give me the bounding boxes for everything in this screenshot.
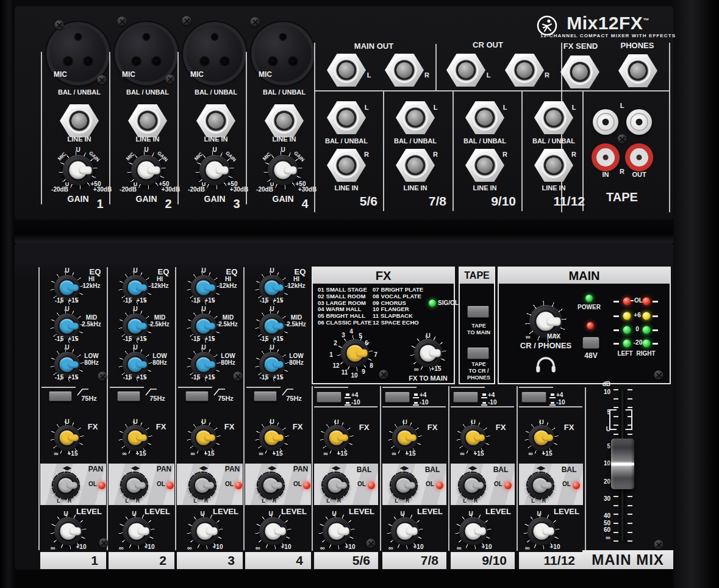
lowcut-75hz-button[interactable] [254, 391, 277, 401]
lowcut-75hz-button[interactable] [117, 391, 140, 401]
eq-min: -15 [191, 336, 200, 342]
level-max: +10 [345, 544, 356, 550]
cr-phones-label: CR / PHONES [520, 342, 572, 350]
pad-plus4-label: +4 [488, 392, 495, 398]
knob-cap [60, 523, 77, 540]
lowcut-label: 75Hz [149, 395, 165, 402]
tape-out-label: OUT [632, 171, 646, 178]
meter-zero-label: 0 [635, 326, 639, 332]
line-in-label: LINE IN [204, 136, 227, 143]
main-mix-fader[interactable] [611, 439, 634, 489]
bal-knob[interactable] [323, 473, 348, 498]
fx-send-knob[interactable] [191, 425, 216, 451]
bal-unbal-label: BAL / UNBAL [463, 138, 506, 145]
pan-l-label: L [262, 498, 265, 504]
fx-max: +15 [136, 451, 146, 457]
knob-cap [206, 162, 224, 179]
fx-send-knob[interactable] [259, 425, 285, 451]
meter-tick [653, 329, 658, 331]
eq-min: -15 [260, 375, 268, 381]
ol-label: OL [357, 481, 366, 487]
tape-to-main-button[interactable] [467, 306, 489, 318]
line-in-label: LINE IN [542, 185, 565, 192]
knob-cap [60, 319, 74, 334]
bal-knob[interactable] [391, 473, 417, 498]
fx-dial-number: 9 [362, 369, 365, 375]
fx-to-main-knob[interactable] [414, 339, 442, 367]
eq-low-freq: 80Hz [152, 360, 166, 366]
fader-scale-label: 30 [604, 496, 610, 502]
pan-knob[interactable] [53, 473, 79, 498]
ol-led [235, 482, 242, 489]
level-pad-button[interactable] [521, 392, 546, 403]
line-in-label: LINE IN [67, 136, 91, 143]
line-in-jack [196, 104, 235, 138]
level-knob[interactable] [259, 517, 287, 545]
level-pad-button[interactable] [385, 392, 410, 403]
pan-knob[interactable] [258, 473, 284, 498]
fx-min: ∞ [122, 451, 126, 457]
knob-cap [138, 162, 156, 179]
bal-unbal-label: BAL / UNBAL [263, 89, 306, 96]
fx-send-knob[interactable] [123, 425, 148, 451]
fx-to-main-max: +15 [431, 366, 442, 372]
level-pad-button[interactable] [317, 392, 342, 403]
level-knob[interactable] [323, 517, 351, 545]
eq-mid-freq: 2.5kHz [287, 321, 306, 328]
level-knob[interactable] [391, 517, 419, 545]
knob-cap [128, 319, 143, 334]
bal-label: BAL [493, 466, 509, 473]
level-pad-button[interactable] [453, 392, 478, 403]
mixer-front-panel: Mix12FX™ 12-CHANNEL COMPACT MIXER WITH E… [0, 0, 719, 588]
mic-label: MIC [259, 71, 272, 78]
level-label: LEVEL [485, 507, 511, 515]
knob-cap [70, 162, 87, 179]
fx-min: ∞ [392, 451, 396, 457]
cr-phones-min: ∞ [526, 334, 531, 340]
fx-send-knob[interactable] [392, 425, 418, 451]
lowcut-75hz-button[interactable] [185, 391, 209, 401]
pan-knob[interactable] [190, 473, 215, 498]
pan-r-label: R [406, 498, 410, 504]
channel-number-strip: 4 [245, 552, 311, 569]
fx-max: +15 [273, 451, 283, 457]
level-knob[interactable] [123, 517, 151, 545]
fx-send-knob[interactable] [529, 425, 554, 451]
fx-preset: 12SPACE ECHO [373, 320, 423, 326]
gain-min-label: -20dB [188, 187, 205, 193]
tape-to-cr-phones-button[interactable] [467, 347, 489, 359]
bal-knob[interactable] [528, 473, 553, 498]
channel-number: 9/10 [491, 195, 516, 207]
level-knob[interactable] [528, 517, 556, 545]
knob-cap [329, 523, 345, 540]
screw [182, 16, 191, 26]
meter-tick [653, 315, 658, 317]
pan-l-label: L [125, 498, 129, 504]
fx-to-main-min: ∞ [414, 366, 419, 373]
eq-low-label: LOW [84, 353, 98, 359]
pad-out-icon [413, 393, 419, 398]
ol-label: OL [562, 481, 571, 487]
knob-cap [396, 478, 411, 493]
level-knob[interactable] [459, 517, 487, 545]
level-knob[interactable] [54, 517, 82, 545]
fx-send-knob[interactable] [324, 425, 349, 451]
lowcut-75hz-button[interactable] [49, 391, 72, 401]
fx-send-knob[interactable] [54, 425, 80, 451]
level-knob[interactable] [191, 517, 219, 545]
fx-dial-number: 4 [349, 329, 353, 335]
meter-plus6-right-led [643, 312, 651, 320]
fx-min: ∞ [323, 451, 327, 457]
knob-cap [466, 431, 481, 445]
channel-number: 5/6 [360, 195, 377, 207]
channel-number-strip: 5/6 [314, 552, 378, 569]
gain-min-label: -20dB [256, 187, 273, 193]
bal-knob[interactable] [459, 473, 485, 498]
screw [98, 372, 107, 381]
phantom-48v-button[interactable] [582, 337, 599, 349]
preset-name: CLASSIC PLATE [326, 320, 372, 326]
fx-send-knob[interactable] [460, 425, 486, 451]
eq-max: +15 [273, 336, 284, 342]
pan-knob[interactable] [121, 473, 147, 498]
main-mix-label-strip: MAIN MIX [582, 550, 673, 569]
